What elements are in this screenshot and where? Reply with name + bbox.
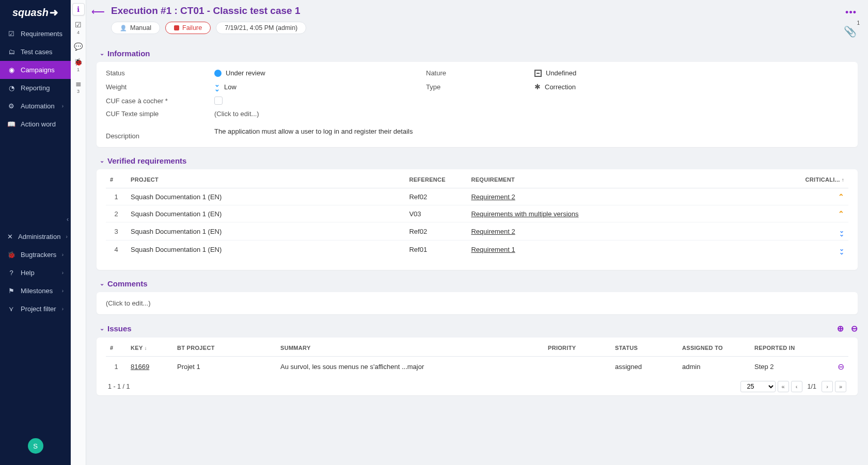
value-weight[interactable]: ⌄⌄Low [214, 82, 426, 91]
requirement-link[interactable]: Requirement 2 [471, 193, 515, 201]
anchor-badge: 4 [77, 30, 80, 35]
sidebar-item-bugtrackers[interactable]: 🐞Bugtrackers› [0, 246, 71, 264]
sidebar-item-project-filter[interactable]: ⋎Project filter› [0, 300, 71, 318]
chevron-down-icon: ⌄ [100, 280, 104, 287]
more-actions-icon[interactable]: ••• [845, 7, 857, 18]
chevron-right-icon: › [62, 252, 64, 258]
anchor-issues[interactable]: 🐞1 [72, 56, 85, 68]
criticality-double-down-icon: ⌄⌄ [839, 247, 844, 254]
pager-first-button[interactable]: « [778, 381, 789, 392]
section-information-header[interactable]: ⌄Information [100, 49, 858, 58]
help-icon: ? [7, 269, 15, 277]
anchor-list[interactable]: ≣3 [72, 77, 85, 90]
sidebar-item-campaigns[interactable]: ◉Campaigns [0, 61, 71, 79]
requirements-table: # PROJECT REFERENCE REQUIREMENT CRITICAL… [106, 171, 848, 258]
cell-num: 4 [106, 240, 127, 259]
icol-priority[interactable]: PRIORITY [544, 340, 611, 357]
back-button[interactable]: ⟵ [91, 6, 104, 18]
sidebar-item-label: Action word [21, 120, 56, 128]
requirement-link[interactable]: Requirement 2 [471, 228, 515, 235]
sidebar-item-test-cases[interactable]: 🗂Test cases [0, 43, 71, 61]
sidebar-collapse-icon[interactable]: ‹ [67, 216, 69, 223]
requirement-link[interactable]: Requirement 1 [471, 246, 515, 253]
add-issue-button[interactable]: ⊕ [837, 324, 844, 333]
value-status[interactable]: Under review [214, 69, 426, 77]
col-criticality[interactable]: CRITICALI...↑ [792, 171, 848, 188]
icol-btproject[interactable]: BT PROJECT [173, 340, 276, 357]
icol-reported[interactable]: REPORTED IN [750, 340, 833, 357]
cell-reference: Ref01 [405, 240, 467, 259]
comments-icon: 💬 [74, 42, 83, 51]
nav-bottom: ✕Administration›🐞Bugtrackers›?Help›⚑Mile… [0, 228, 71, 430]
tree-icon: 🗂 [7, 48, 15, 56]
requirement-link[interactable]: Requirements with multiple versions [471, 210, 578, 218]
sidebar-item-requirements[interactable]: ☑Requirements [0, 25, 71, 43]
value-cuf-text[interactable]: (Click to edit...) [214, 110, 426, 118]
table-row[interactable]: 2Squash Documentation 1 (EN)V03Requireme… [106, 205, 848, 222]
page-size-select[interactable]: 25 [740, 381, 776, 392]
anchor-comments[interactable]: 💬 [72, 40, 85, 53]
section-verified-header[interactable]: ⌄Verified requirements [100, 156, 858, 165]
status-dot-icon [214, 70, 222, 77]
section-comments-header[interactable]: ⌄Comments [100, 279, 858, 288]
cell-reference: Ref02 [405, 188, 467, 205]
icol-num[interactable]: # [106, 340, 127, 357]
pager-next-button[interactable]: › [822, 381, 833, 392]
value-cuf-check[interactable] [214, 97, 426, 105]
value-nature[interactable]: Undefined [534, 69, 848, 77]
table-row[interactable]: 3Squash Documentation 1 (EN)Ref02Require… [106, 222, 848, 240]
status-pill[interactable]: Failure [165, 22, 211, 34]
icol-status[interactable]: STATUS [611, 340, 678, 357]
content-scroll[interactable]: ⌄Information Status Under review Nature … [86, 41, 868, 465]
col-project[interactable]: PROJECT [127, 171, 405, 188]
sidebar-item-automation[interactable]: ⚙Automation› [0, 97, 71, 115]
book-icon: 📖 [7, 120, 15, 128]
icol-key[interactable]: KEY↓ [127, 340, 173, 357]
sidebar-item-label: Campaigns [21, 66, 55, 74]
sidebar-item-label: Requirements [21, 30, 62, 38]
chevron-down-icon: ⌄ [100, 50, 104, 57]
status-square-icon [174, 25, 179, 30]
row-delete-button[interactable]: ⊖ [833, 356, 848, 377]
value-description[interactable]: The application must allow a user to log… [214, 123, 848, 140]
section-issues-header[interactable]: ⌄Issues ⊕ ⊖ [100, 324, 858, 333]
sidebar-item-label: Test cases [21, 48, 52, 56]
pager-info: 1/1 [804, 383, 819, 390]
col-reference[interactable]: REFERENCE [405, 171, 467, 188]
gear-icon: ⚙ [7, 102, 15, 110]
table-row[interactable]: 4Squash Documentation 1 (EN)Ref01Require… [106, 240, 848, 259]
chevron-right-icon: › [62, 288, 64, 294]
sidebar-item-reporting[interactable]: ◔Reporting [0, 79, 71, 97]
cell-status: assigned [611, 356, 678, 377]
table-row[interactable]: 1Squash Documentation 1 (EN)Ref02Require… [106, 188, 848, 205]
pager-last-button[interactable]: » [835, 381, 846, 392]
comments-field[interactable]: (Click to edit...) [106, 299, 848, 307]
col-num[interactable]: # [106, 171, 127, 188]
cell-btproject: Projet 1 [173, 356, 276, 377]
table-row[interactable]: 181669Projet 1Au survol, les sous menus … [106, 356, 848, 377]
avatar[interactable]: S [28, 438, 43, 454]
anchor-info[interactable]: ℹ [72, 3, 85, 15]
value-type[interactable]: ✱Correction [534, 83, 848, 91]
cell-project: Squash Documentation 1 (EN) [127, 240, 405, 259]
pager-prev-button[interactable]: ‹ [791, 381, 802, 392]
label-cuf-text: CUF Texte simple [106, 110, 214, 118]
attachment-icon[interactable]: 📎1 [844, 25, 857, 38]
issue-key-link[interactable]: 81669 [131, 363, 149, 371]
anchor-steps[interactable]: ☑4 [72, 19, 85, 31]
sidebar-item-action-word[interactable]: 📖Action word [0, 115, 71, 133]
icol-summary[interactable]: SUMMARY [276, 340, 544, 357]
sidebar-item-administration[interactable]: ✕Administration› [0, 228, 71, 246]
cell-project: Squash Documentation 1 (EN) [127, 222, 405, 240]
sidebar-item-help[interactable]: ?Help› [0, 264, 71, 282]
chevron-right-icon: › [62, 103, 64, 109]
wrench-icon: ✕ [7, 233, 13, 240]
remove-issue-button[interactable]: ⊖ [851, 324, 858, 333]
checkbox-icon[interactable] [214, 97, 223, 105]
mode-pill[interactable]: 👤Manual [111, 22, 160, 34]
col-requirement[interactable]: REQUIREMENT [467, 171, 792, 188]
verified-panel: # PROJECT REFERENCE REQUIREMENT CRITICAL… [97, 169, 858, 269]
issues-table: # KEY↓ BT PROJECT SUMMARY PRIORITY STATU… [106, 340, 848, 377]
icol-assigned[interactable]: ASSIGNED TO [678, 340, 750, 357]
sidebar-item-milestones[interactable]: ⚑Milestones› [0, 282, 71, 300]
